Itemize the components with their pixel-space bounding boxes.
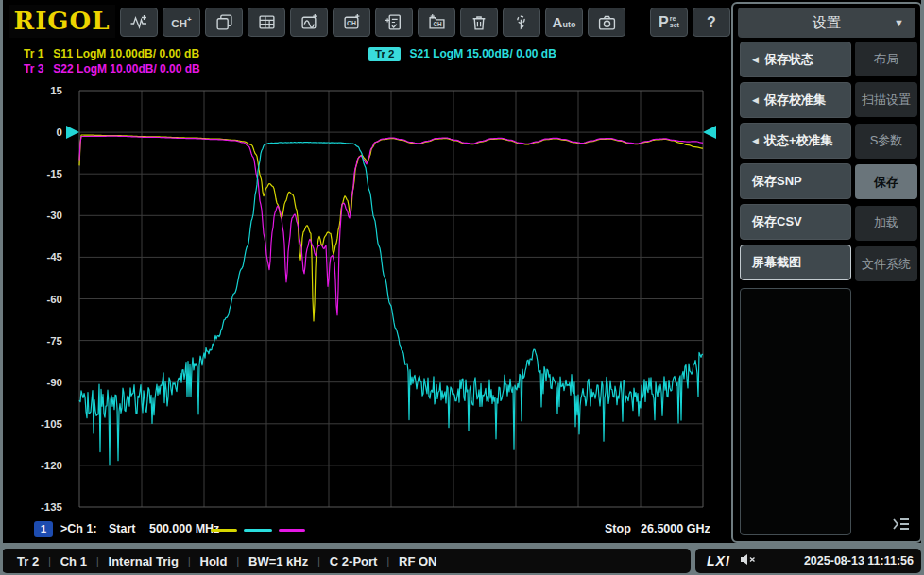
- vna-screen: RIGOL CH+CHCHAuto Preset? Tr 1S11 LogM 1…: [0, 0, 924, 575]
- toolbar-button-help[interactable]: ?: [693, 8, 730, 37]
- add-channel-icon: CH+: [171, 14, 191, 31]
- rigol-logo: RIGOL: [9, 5, 115, 38]
- sidebar-item-3[interactable]: 保存SNP: [740, 163, 851, 199]
- toolbar-button-window-layout[interactable]: [205, 8, 243, 37]
- status-separator: |: [188, 556, 191, 567]
- status-separator: |: [236, 556, 239, 567]
- help-icon: ?: [707, 14, 716, 31]
- start-freq-value[interactable]: 500.000 MHz: [149, 522, 219, 535]
- sparameter-chart: 150-15-30-45-60-75-90-105-120-135: [0, 42, 729, 543]
- legend-dash: [279, 529, 305, 532]
- sidebar-item-label: 保存CSV: [752, 213, 802, 230]
- new-trace-window-icon: [300, 13, 318, 31]
- tab-label: 保存: [874, 174, 898, 191]
- submenu-empty-area: [740, 288, 851, 535]
- stop-freq-value[interactable]: 26.5000 GHz: [641, 522, 710, 535]
- stop-freq-label[interactable]: Stop: [605, 522, 631, 535]
- tab-label: 扫描设置: [862, 92, 911, 109]
- y-tick-label: 0: [57, 127, 62, 138]
- expand-menu-icon[interactable]: [888, 513, 915, 535]
- sidebar-item-5[interactable]: 屏幕截图: [740, 245, 851, 280]
- start-freq-label[interactable]: Start: [109, 522, 135, 535]
- toolbar-button-autoscale[interactable]: Auto: [545, 8, 583, 37]
- menu-title-dropdown[interactable]: 设置 ▼: [738, 8, 915, 38]
- menu-title: 设置: [813, 14, 841, 30]
- tab-文件系统[interactable]: 文件系统: [855, 246, 917, 281]
- status-item[interactable]: Ch 1: [60, 554, 87, 568]
- status-item[interactable]: RF ON: [399, 554, 436, 568]
- status-separator: |: [317, 556, 320, 567]
- y-tick-label: -120: [41, 460, 62, 471]
- toolbar-button-new-channel-window[interactable]: CH: [333, 8, 370, 37]
- sidebar-item-label: 保存SNP: [752, 173, 802, 190]
- status-item[interactable]: Internal Trig: [109, 554, 179, 568]
- status-separator: |: [386, 556, 389, 567]
- status-bar: Tr 2|Ch 1|Internal Trig|Hold|BW=1 kHz|C …: [0, 543, 924, 575]
- new-channel-window-icon: CH: [343, 13, 361, 31]
- lxi-indicator[interactable]: LXI: [707, 553, 730, 568]
- toolbar-button-new-trace-window[interactable]: [290, 8, 328, 37]
- measurement-status: Tr 2|Ch 1|Internal Trig|Hold|BW=1 kHz|C …: [2, 549, 691, 573]
- status-item[interactable]: Hold: [200, 554, 228, 568]
- sidebar-item-label: 状态+校准集: [764, 132, 833, 149]
- auto-icon: Auto: [553, 14, 576, 31]
- preset-icon: Preset: [659, 14, 679, 31]
- trash-icon: [471, 14, 488, 31]
- legend-dash: [244, 529, 272, 532]
- status-item[interactable]: Tr 2: [17, 554, 39, 568]
- status-item[interactable]: C 2-Port: [330, 554, 378, 568]
- channel-label: >Ch 1:: [60, 522, 97, 535]
- sidebar-item-label: 保存校准集: [764, 92, 826, 109]
- sidebar-item-0[interactable]: ◀保存状态: [740, 42, 851, 77]
- y-tick-label: -135: [41, 501, 63, 513]
- tab-加载[interactable]: 加载: [855, 206, 917, 241]
- sidebar-item-4[interactable]: 保存CSV: [740, 204, 851, 240]
- ref-level-marker-right[interactable]: [703, 126, 716, 139]
- window-layout-icon: [215, 13, 233, 31]
- submenu-arrow-icon: ◀: [752, 95, 759, 105]
- y-tick-label: -60: [46, 294, 62, 305]
- status-separator: |: [48, 556, 51, 567]
- tab-扫描设置[interactable]: 扫描设置: [855, 82, 917, 117]
- touch-icon: [513, 14, 530, 31]
- toolbar-button-touch[interactable]: [503, 8, 540, 37]
- tab-label: 布局: [874, 51, 898, 68]
- y-tick-label: -45: [46, 251, 62, 262]
- chevron-down-icon: ▼: [894, 8, 904, 38]
- system-status: LXI 2025-08-13 11:11:56: [695, 549, 921, 573]
- sidebar-item-1[interactable]: ◀保存校准集: [740, 82, 851, 118]
- channel-table-icon: [258, 13, 276, 31]
- tab-S参数[interactable]: S参数: [855, 124, 917, 159]
- tab-label: S参数: [870, 132, 903, 149]
- bezel-left: [0, 0, 3, 575]
- status-item[interactable]: BW=1 kHz: [248, 554, 308, 568]
- status-separator: |: [96, 556, 99, 567]
- legend-dash: [211, 529, 237, 532]
- tab-label: 加载: [874, 214, 898, 231]
- toolbar-button-preset[interactable]: Preset: [650, 8, 688, 37]
- toolbar-button-add-trace[interactable]: [120, 8, 158, 37]
- submenu-arrow-icon: ◀: [752, 136, 759, 145]
- toolbar-button-save-register[interactable]: [375, 8, 413, 37]
- channel-number-badge[interactable]: 1: [34, 521, 53, 537]
- toolbar-button-screenshot[interactable]: [588, 8, 625, 37]
- speaker-muted-icon[interactable]: [740, 552, 756, 570]
- clock: 2025-08-13 11:11:56: [804, 554, 914, 567]
- ref-level-marker-left[interactable]: [66, 126, 79, 139]
- toolbar-right-buttons: Preset?: [650, 8, 730, 37]
- toolbar-button-recall-register[interactable]: CH: [418, 8, 455, 37]
- camera-icon: [598, 14, 616, 31]
- y-tick-label: -15: [46, 168, 62, 179]
- sidebar-item-2[interactable]: ◀状态+校准集: [740, 123, 851, 159]
- tab-保存[interactable]: 保存: [855, 164, 917, 199]
- toolbar-button-channel-table[interactable]: [248, 8, 285, 37]
- tab-布局[interactable]: 布局: [855, 42, 917, 76]
- tab-label: 文件系统: [862, 256, 911, 273]
- y-tick-label: 15: [50, 85, 62, 96]
- toolbar-button-delete[interactable]: [460, 8, 498, 37]
- svg-text:CH: CH: [347, 20, 356, 26]
- toolbar: RIGOL CH+CHCHAuto Preset?: [3, 2, 730, 42]
- submenu-arrow-icon: ◀: [752, 55, 759, 64]
- recall-register-icon: CH: [428, 13, 446, 31]
- toolbar-button-add-channel[interactable]: CH+: [163, 8, 200, 37]
